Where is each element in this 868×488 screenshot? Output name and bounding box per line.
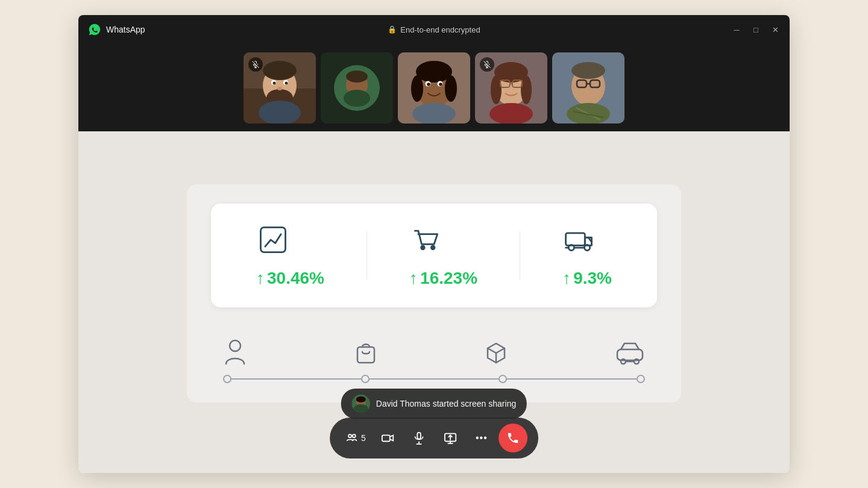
title-bar-left: WhatsApp bbox=[88, 23, 145, 36]
svg-point-57 bbox=[230, 340, 241, 351]
svg-point-66 bbox=[356, 396, 366, 402]
svg-rect-71 bbox=[417, 433, 421, 439]
participant-face-2 bbox=[321, 52, 393, 124]
participants-row bbox=[78, 44, 790, 131]
mute-badge-4 bbox=[480, 57, 494, 72]
stat-divider-2 bbox=[520, 231, 520, 280]
window-controls: ─ □ ✕ bbox=[732, 25, 780, 34]
svg-point-53 bbox=[568, 245, 574, 250]
svg-point-28 bbox=[439, 83, 442, 86]
title-bar: WhatsApp 🔒 End-to-end endcrypted ─ □ ✕ bbox=[78, 15, 790, 44]
svg-point-27 bbox=[427, 83, 430, 86]
stat-value-revenue: ↑ 30.46% bbox=[256, 269, 324, 288]
maximize-button[interactable]: □ bbox=[751, 25, 761, 34]
svg-point-51 bbox=[431, 246, 435, 249]
svg-point-44 bbox=[571, 62, 605, 79]
timeline-dot-3 bbox=[498, 375, 507, 383]
svg-rect-52 bbox=[566, 233, 585, 245]
video-icon bbox=[381, 431, 394, 445]
more-icon: ••• bbox=[476, 433, 488, 443]
svg-point-33 bbox=[491, 75, 502, 104]
mute-badge-1 bbox=[248, 57, 263, 72]
toast-avatar bbox=[352, 395, 370, 413]
end-call-icon bbox=[506, 431, 520, 445]
svg-point-54 bbox=[585, 245, 590, 250]
timeline-line-container bbox=[223, 375, 645, 383]
arrow-revenue: ↑ bbox=[256, 269, 265, 288]
timeline-icon-bag bbox=[354, 337, 378, 368]
svg-point-68 bbox=[348, 434, 351, 437]
timeline-dot-1 bbox=[223, 375, 231, 383]
participant-face-5 bbox=[552, 52, 624, 124]
delivery-icon bbox=[562, 223, 596, 259]
main-content: ↑ 30.46% bbox=[78, 131, 790, 473]
stat-value-delivery: ↑ 9.3% bbox=[562, 269, 612, 288]
svg-point-69 bbox=[353, 434, 356, 437]
participant-thumb-5[interactable] bbox=[552, 52, 624, 124]
screen-share-area: ↑ 30.46% bbox=[187, 184, 681, 402]
screen-share-button[interactable] bbox=[436, 424, 465, 452]
stat-item-orders: ↑ 16.23% bbox=[409, 223, 477, 288]
arrow-delivery: ↑ bbox=[562, 269, 571, 288]
toast-message: David Thomas started screen sharing bbox=[376, 399, 516, 408]
stat-item-delivery: ↑ 9.3% bbox=[562, 223, 612, 288]
timeline-icon-box bbox=[484, 337, 508, 368]
stats-card: ↑ 30.46% bbox=[211, 204, 657, 307]
toast-avatar-icon bbox=[352, 395, 370, 413]
timeline-dot-4 bbox=[637, 375, 645, 383]
participant-thumb-2[interactable] bbox=[321, 52, 393, 124]
participant-thumb-1[interactable] bbox=[244, 52, 316, 124]
svg-point-23 bbox=[411, 75, 423, 102]
svg-rect-70 bbox=[382, 435, 390, 441]
revenue-icon bbox=[256, 223, 290, 259]
encryption-label: End-to-end endcrypted bbox=[400, 25, 480, 34]
minimize-button[interactable]: ─ bbox=[732, 25, 741, 34]
app-title: WhatsApp bbox=[106, 25, 145, 34]
call-controls: 5 bbox=[330, 418, 538, 458]
svg-point-8 bbox=[273, 81, 276, 84]
orders-icon bbox=[409, 223, 443, 259]
participants-count: 5 bbox=[361, 433, 366, 443]
encryption-indicator: 🔒 End-to-end endcrypted bbox=[388, 25, 480, 34]
mic-icon bbox=[412, 431, 426, 445]
svg-point-10 bbox=[277, 87, 282, 90]
svg-point-24 bbox=[445, 75, 457, 102]
svg-rect-60 bbox=[617, 349, 643, 360]
svg-point-19 bbox=[344, 90, 370, 107]
arrow-orders: ↑ bbox=[409, 269, 418, 288]
timeline-icon-car bbox=[615, 337, 645, 368]
svg-point-4 bbox=[263, 61, 297, 80]
participants-icon bbox=[345, 432, 357, 444]
lock-icon: 🔒 bbox=[388, 25, 397, 34]
stat-divider-1 bbox=[366, 231, 367, 280]
mic-off-icon-2 bbox=[483, 61, 491, 68]
stat-item-revenue: ↑ 30.46% bbox=[256, 223, 324, 288]
svg-point-34 bbox=[521, 75, 532, 104]
timeline-icon-person bbox=[223, 337, 247, 368]
screen-share-toast: David Thomas started screen sharing bbox=[341, 389, 527, 419]
participant-thumb-3[interactable] bbox=[398, 52, 470, 124]
participant-face-3 bbox=[398, 52, 470, 124]
participants-count-display[interactable]: 5 bbox=[341, 432, 371, 444]
mic-toggle-button[interactable] bbox=[404, 424, 433, 452]
screen-share-icon bbox=[444, 431, 457, 445]
timeline-icons bbox=[223, 337, 645, 368]
svg-point-9 bbox=[285, 81, 288, 84]
participant-thumb-4[interactable] bbox=[475, 52, 547, 124]
end-call-button[interactable] bbox=[498, 424, 527, 452]
svg-rect-49 bbox=[260, 227, 285, 252]
video-toggle-button[interactable] bbox=[373, 424, 402, 452]
stat-value-orders: ↑ 16.23% bbox=[409, 269, 477, 288]
more-options-button[interactable]: ••• bbox=[467, 424, 496, 452]
timeline-area bbox=[211, 337, 657, 383]
svg-rect-58 bbox=[357, 347, 374, 363]
timeline-dot-2 bbox=[361, 375, 370, 383]
app-window: WhatsApp 🔒 End-to-end endcrypted ─ □ ✕ bbox=[78, 15, 790, 473]
whatsapp-logo-icon bbox=[88, 23, 101, 36]
mic-off-icon bbox=[252, 61, 259, 68]
svg-point-18 bbox=[346, 70, 368, 83]
svg-point-50 bbox=[421, 246, 425, 249]
timeline-dots bbox=[223, 375, 645, 383]
close-button[interactable]: ✕ bbox=[770, 25, 780, 34]
